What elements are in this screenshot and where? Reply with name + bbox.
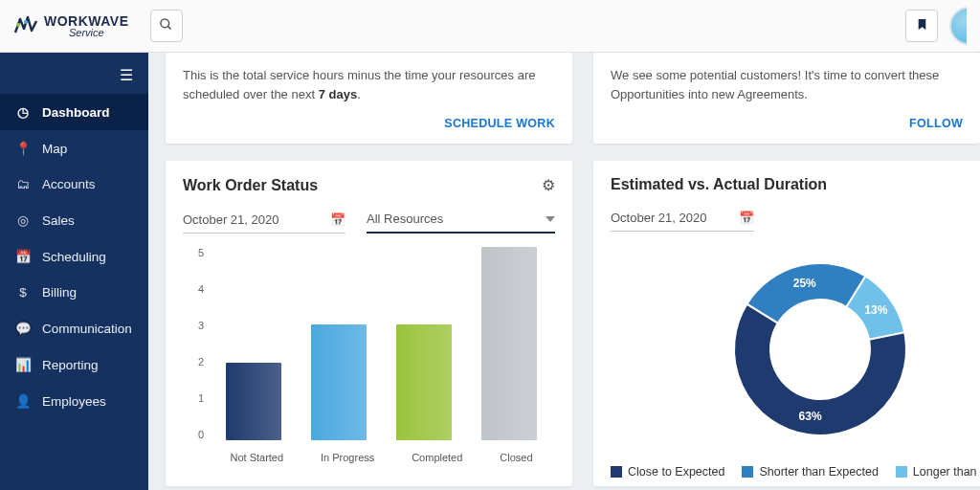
card-opportunities: We see some potential customers! It's ti…: [593, 53, 980, 144]
resource-value: All Resources: [367, 212, 443, 226]
calendar-icon: 📅: [330, 212, 345, 227]
date-value: October 21, 2020: [611, 211, 706, 225]
sidebar-item-sales[interactable]: ◎Sales: [0, 202, 148, 238]
calendar-icon: 📅: [739, 211, 754, 225]
sidebar-item-label: Communication: [42, 322, 132, 336]
search-icon: [159, 17, 173, 35]
sidebar-item-employees[interactable]: 👤Employees: [0, 383, 148, 419]
sidebar-item-label: Map: [42, 142, 67, 156]
chat-icon: 💬: [15, 321, 31, 336]
logo-mark-icon: [13, 13, 38, 38]
svg-point-2: [161, 18, 169, 27]
card-title: Work Order Status: [183, 177, 318, 194]
main-content: This is the total service hours minus th…: [148, 53, 980, 490]
sidebar-item-dashboard[interactable]: ◷Dashboard: [0, 94, 148, 130]
card-duration: Estimated vs. Actual Duration October 21…: [593, 161, 980, 486]
topbar: WORKWAVE Service: [0, 0, 980, 53]
sidebar-item-label: Reporting: [42, 358, 99, 372]
bar: [226, 363, 281, 440]
sidebar-item-communication[interactable]: 💬Communication: [0, 310, 148, 346]
schedule-work-link[interactable]: SCHEDULE WORK: [183, 103, 555, 130]
sidebar-item-billing[interactable]: $Billing: [0, 275, 148, 310]
card-work-order-status: Work Order Status ⚙ October 21, 2020 📅 A…: [166, 161, 572, 486]
sidebar-item-accounts[interactable]: 🗂Accounts: [0, 167, 148, 202]
svg-point-1: [24, 20, 28, 24]
hamburger-icon: ☰: [120, 67, 133, 83]
svg-text:13%: 13%: [864, 303, 887, 317]
resource-filter[interactable]: All Resources: [367, 208, 555, 234]
sidebar-item-label: Billing: [42, 285, 77, 300]
bar-chart-icon: 📊: [15, 357, 31, 372]
bar: [481, 247, 537, 440]
map-pin-icon: 📍: [15, 141, 31, 156]
sidebar-item-label: Employees: [42, 394, 106, 409]
legend-close: Close to Expected: [611, 465, 724, 479]
legend-longer: Longer than Expected: [896, 465, 980, 479]
follow-link[interactable]: FOLLOW: [611, 103, 963, 130]
legend-shorter: Shorter than Expected: [742, 465, 878, 479]
card-text: We see some potential customers! It's ti…: [611, 66, 963, 103]
svg-text:63%: 63%: [799, 410, 822, 423]
chevron-down-icon: [546, 216, 555, 222]
sidebar-item-scheduling[interactable]: 📅Scheduling: [0, 238, 148, 275]
dollar-icon: $: [15, 285, 31, 300]
card-text: This is the total service hours minus th…: [183, 66, 555, 103]
sidebar-item-map[interactable]: 📍Map: [0, 130, 148, 167]
bar: [311, 324, 367, 440]
donut-legend: Close to Expected Shorter than Expected …: [611, 465, 980, 479]
brand-word: WORKWAVE: [44, 14, 129, 28]
svg-text:25%: 25%: [793, 277, 816, 290]
gear-icon: ⚙: [542, 177, 555, 193]
brand-logo: WORKWAVE Service: [13, 13, 129, 38]
bar-chart: 543210 Not StartedIn ProgressCompletedCl…: [183, 247, 555, 467]
dashboard-icon: ◷: [15, 104, 31, 120]
date-filter[interactable]: October 21, 2020 📅: [183, 208, 345, 234]
person-icon: 👤: [15, 393, 31, 409]
sidebar-item-label: Sales: [42, 213, 75, 228]
search-button[interactable]: [150, 10, 183, 42]
donut-chart: 63%25%13%: [611, 249, 980, 450]
sidebar-item-label: Dashboard: [42, 105, 110, 120]
card-service-hours: This is the total service hours minus th…: [166, 53, 572, 144]
date-value: October 21, 2020: [183, 212, 278, 227]
sidebar: ☰ ◷Dashboard 📍Map 🗂Accounts ◎Sales 📅Sche…: [0, 53, 148, 490]
card-title: Estimated vs. Actual Duration: [611, 176, 827, 193]
svg-line-3: [167, 26, 170, 29]
calendar-icon: 📅: [15, 249, 31, 264]
sidebar-toggle[interactable]: ☰: [0, 62, 148, 94]
avatar-partial[interactable]: [949, 7, 967, 45]
svg-point-0: [16, 23, 20, 27]
sidebar-item-label: Scheduling: [42, 250, 106, 264]
bookmark-button[interactable]: [905, 10, 938, 42]
sidebar-item-label: Accounts: [42, 177, 96, 191]
brand-subtitle: Service: [44, 28, 129, 38]
target-icon: ◎: [15, 212, 31, 228]
date-filter[interactable]: October 21, 2020 📅: [611, 207, 754, 232]
accounts-icon: 🗂: [15, 177, 31, 191]
bookmark-icon: [916, 17, 928, 35]
sidebar-item-reporting[interactable]: 📊Reporting: [0, 346, 148, 383]
bar: [396, 324, 452, 440]
card-settings-button[interactable]: ⚙: [542, 176, 555, 194]
